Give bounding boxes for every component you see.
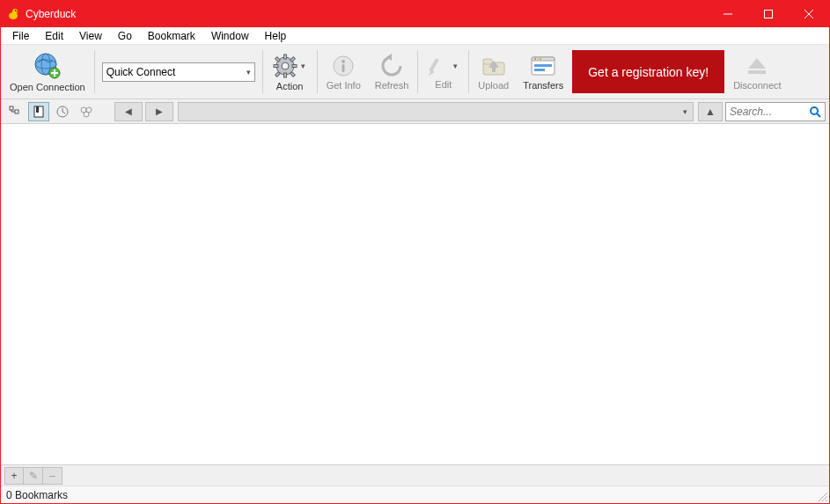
- action-button[interactable]: ▾ Action: [265, 45, 315, 99]
- svg-rect-33: [492, 67, 496, 72]
- minimize-button[interactable]: [708, 1, 748, 27]
- svg-rect-22: [275, 56, 280, 62]
- pencil-icon: ✎: [29, 470, 38, 482]
- separator: [468, 50, 469, 93]
- action-dropdown-arrow[interactable]: ▾: [299, 62, 308, 70]
- app-icon: [6, 7, 20, 21]
- bookmark-icon: [33, 106, 45, 118]
- footbar: + ✎ –: [1, 464, 829, 486]
- action-label: Action: [276, 81, 304, 91]
- globe-plus-icon: [33, 52, 62, 80]
- svg-point-25: [342, 60, 345, 63]
- search-input[interactable]: [730, 106, 805, 118]
- menu-bookmark[interactable]: Bookmark: [140, 28, 203, 44]
- disconnect-label: Disconnect: [733, 80, 781, 91]
- separator: [262, 50, 263, 93]
- minus-icon: –: [49, 470, 55, 482]
- search-box[interactable]: [725, 102, 826, 121]
- svg-rect-39: [534, 64, 552, 67]
- plus-icon: +: [11, 470, 17, 482]
- bonjour-icon: [80, 106, 92, 118]
- quick-connect-value: Quick Connect: [107, 66, 176, 78]
- menu-view[interactable]: View: [71, 28, 110, 44]
- svg-point-38: [540, 58, 541, 60]
- path-dropdown[interactable]: ▾: [178, 102, 694, 121]
- refresh-icon: [379, 54, 404, 78]
- quick-connect-combo[interactable]: Quick Connect ▾: [102, 62, 255, 82]
- svg-point-54: [84, 112, 89, 117]
- content-area[interactable]: [1, 124, 829, 464]
- svg-line-56: [817, 113, 820, 117]
- navbar: ◀ ▶ ▾ ▲: [1, 99, 829, 124]
- nav-up-button[interactable]: ▲: [698, 102, 723, 121]
- edit-label: Edit: [435, 79, 452, 90]
- info-icon: [331, 54, 356, 78]
- get-info-button[interactable]: Get Info: [320, 45, 368, 99]
- svg-rect-17: [283, 73, 286, 77]
- get-info-label: Get Info: [327, 80, 361, 91]
- view-browser-button[interactable]: [4, 102, 26, 121]
- open-connection-label: Open Connection: [10, 82, 85, 92]
- titlebar: Cyberduck: [1, 1, 829, 27]
- menu-edit[interactable]: Edit: [37, 28, 71, 44]
- disconnect-button[interactable]: Disconnect: [726, 45, 788, 99]
- svg-point-2: [16, 11, 18, 12]
- view-history-button[interactable]: [52, 102, 73, 121]
- view-bookmarks-button[interactable]: [28, 102, 49, 121]
- svg-rect-31: [483, 59, 492, 64]
- menubar: File Edit View Go Bookmark Window Help: [1, 27, 829, 45]
- edit-button[interactable]: ▾ Edit: [420, 45, 466, 99]
- resize-grip[interactable]: [817, 491, 827, 501]
- svg-rect-16: [283, 55, 286, 59]
- transfers-button[interactable]: Transfers: [516, 45, 570, 99]
- transfers-icon: [530, 54, 556, 78]
- svg-marker-41: [748, 58, 766, 69]
- separator: [94, 50, 95, 93]
- eject-icon: [745, 54, 769, 78]
- edit-bookmark-button[interactable]: ✎: [24, 467, 43, 485]
- close-button[interactable]: [789, 1, 829, 27]
- refresh-button[interactable]: Refresh: [368, 45, 416, 99]
- maximize-button[interactable]: [748, 1, 789, 27]
- upload-button[interactable]: Upload: [471, 45, 516, 99]
- menu-help[interactable]: Help: [257, 28, 295, 44]
- svg-rect-28: [430, 58, 439, 72]
- nav-forward-button[interactable]: ▶: [145, 102, 173, 121]
- refresh-label: Refresh: [375, 80, 409, 91]
- statusbar: 0 Bookmarks: [1, 486, 829, 503]
- pencil-icon: [427, 55, 450, 77]
- gear-icon: [272, 53, 298, 79]
- svg-rect-19: [292, 64, 297, 67]
- separator: [317, 50, 318, 93]
- svg-rect-26: [342, 64, 345, 72]
- nav-back-button[interactable]: ◀: [114, 102, 143, 121]
- status-text: 0 Bookmarks: [6, 489, 68, 501]
- svg-point-15: [282, 62, 289, 69]
- menu-go[interactable]: Go: [110, 28, 140, 44]
- svg-point-36: [534, 58, 536, 60]
- svg-point-37: [537, 58, 539, 60]
- svg-line-51: [62, 112, 65, 113]
- svg-rect-5: [765, 11, 773, 18]
- svg-rect-20: [290, 56, 295, 62]
- search-icon: [809, 106, 821, 118]
- upload-icon: [481, 54, 507, 78]
- remove-bookmark-button[interactable]: –: [43, 467, 62, 485]
- add-bookmark-button[interactable]: +: [4, 467, 24, 485]
- edit-dropdown-arrow[interactable]: ▾: [451, 62, 459, 70]
- menu-file[interactable]: File: [4, 28, 37, 44]
- registration-banner[interactable]: Get a registration key!: [572, 50, 724, 93]
- separator: [417, 50, 418, 93]
- view-bonjour-button[interactable]: [76, 102, 97, 121]
- chevron-down-icon: ▾: [246, 68, 251, 77]
- menu-window[interactable]: Window: [203, 28, 257, 44]
- window-title: Cyberduck: [26, 8, 76, 20]
- open-connection-button[interactable]: Open Connection: [3, 45, 92, 99]
- chevron-down-icon: ▾: [683, 107, 687, 116]
- quick-connect-container: Quick Connect ▾: [97, 45, 261, 99]
- svg-rect-23: [290, 71, 295, 77]
- svg-rect-18: [274, 64, 278, 67]
- svg-rect-42: [748, 70, 766, 74]
- svg-rect-43: [10, 106, 13, 110]
- svg-rect-44: [15, 110, 18, 113]
